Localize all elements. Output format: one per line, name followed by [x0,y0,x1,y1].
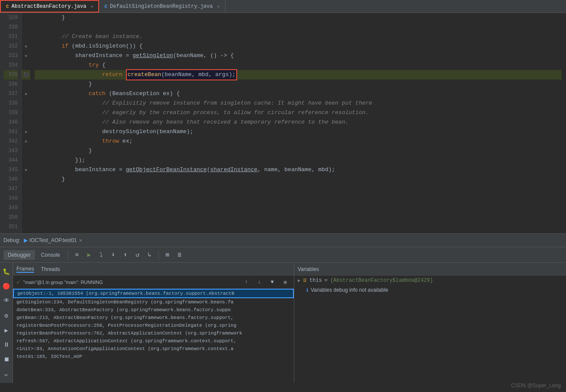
variables-header: Variables [294,263,566,276]
sidebar-stop-icon[interactable]: ⏹ [1,354,12,365]
tab-bar: C AbstractBeanFactory.java ✕ C DefaultSi… [0,0,566,13]
gutter-346 [22,175,30,184]
sidebar-settings-icon[interactable]: ⚙ [1,310,12,321]
toolbar-btn-menu[interactable]: ≡ [72,250,82,260]
java-icon-1: C [6,4,9,9]
frames-toolbar: ✓ "main"@1 in group "main": RUNNING ↑ ↓ … [13,276,294,289]
code-line-335: return createBean(beanName, mbd, args); [35,70,562,80]
gutter-335: ⬛ [22,70,30,80]
frame-item-7[interactable]: <init>:93, AnnotationConfigApplicationCo… [13,345,294,353]
threads-tab[interactable]: Threads [41,266,60,272]
frame-item-6[interactable]: refresh:567, AbstractApplicationContext … [13,337,294,345]
frame-item-2[interactable]: doGetBean:333, AbstractBeanFactory (org.… [13,306,294,314]
sidebar-watch-icon[interactable]: 👁 [1,296,12,306]
toolbar-btn-stop[interactable]: ↳ [145,250,155,260]
code-line-329: } [35,13,562,22]
sidebar-run-icon[interactable]: ▶ [1,325,12,335]
csdn-watermark: CSDN @Super_Leng [511,382,561,389]
var-val-this: {AbstractBeanFactory$lambda@2429} [330,277,433,284]
sidebar-debug-icon[interactable]: 🐛 [1,266,12,277]
gutter-336 [22,80,30,89]
tab-close-1[interactable]: ✕ [90,4,93,9]
frame-item-4[interactable]: registerBeanPostProcessors:258, PostProc… [13,322,294,329]
toolbar-btn-list[interactable]: ≣ [174,250,185,260]
variables-label: Variables [298,266,319,272]
gutter-333: ◆ [22,51,30,61]
frame-label-7: <init>:93, AnnotationConfigApplicationCo… [16,346,234,351]
gutter-342: ◆ [22,137,30,146]
code-line-345: beanInstance = getObjectForBeanInstance(… [35,165,562,175]
thread-up-btn[interactable]: ↑ [241,277,251,287]
frame-label-2: doGetBean:333, AbstractBeanFactory (org.… [16,307,231,312]
variables-panel: Variables ▶ ☰ this = {AbstractBeanFactor… [294,263,566,383]
gutter-339 [22,108,30,118]
tab-debugger[interactable]: Debugger [3,250,35,260]
debug-session-icon: ▶ [24,237,28,243]
thread-down-btn[interactable]: ↓ [254,277,264,287]
frames-panel: Frames Threads ✓ "main"@1 in group "main… [13,263,294,383]
sidebar-pause-icon[interactable]: ⏸ [1,340,12,350]
frame-label-0: getObject:-1, 195381554 (org.springframe… [17,291,235,296]
main-debug-panels: 🐛 🔴 👁 ⚙ ▶ ⏸ ⏹ ✏ Frames Threads ✓ "main"@… [0,263,566,383]
frame-label-4: registerBeanPostProcessors:258, PostProc… [16,323,236,328]
code-line-342: throw ex; [35,137,562,146]
gutter-343 [22,146,30,156]
toolbar-sep-2 [158,251,159,259]
debug-bar: Debug: ▶ IOCTest_AOP.test01 ✕ [0,233,566,247]
thread-filter-btn[interactable]: ▼ [267,277,277,287]
tab-default-singleton[interactable]: C DefaultSingletonBeanRegistry.java ✕ [99,0,225,13]
frames-tab[interactable]: Frames [16,266,34,273]
tab-debugger-label: Debugger [8,252,31,258]
tab-console[interactable]: Console [37,250,64,260]
debug-label: Debug: [3,237,20,243]
code-line-339: // eagerly by the creation process, to a… [35,108,562,118]
code-line-338: // Explicitly remove instance from singl… [35,99,562,108]
code-line-334: try { [35,61,562,70]
frame-item-0[interactable]: getObject:-1, 195381554 (org.springframe… [13,289,294,298]
sidebar-breakpoints-icon[interactable]: 🔴 [1,281,12,291]
main-thread-label: "main"@1 in group "main": RUNNING [23,280,103,285]
tab-close-2[interactable]: ✕ [217,4,220,9]
code-line-330 [35,22,562,32]
info-icon: ℹ [306,287,308,293]
frame-label-3: getBean:213, AbstractBeanFactory (org.sp… [16,315,234,320]
tab-label-2: DefaultSingletonBeanRegistry.java [110,3,213,10]
gutter-338 [22,99,30,108]
toolbar-btn-restart[interactable]: ↺ [132,250,143,260]
code-editor: 329 330 331 332 333 334 335 336 337 338 … [0,13,566,233]
var-expand-arrow[interactable]: ▶ [298,278,300,283]
code-line-337: catch (BeansException ex) { [35,89,562,99]
var-type-icon: ☰ [303,278,307,283]
toolbar-btn-resume[interactable]: ▶ [84,250,94,260]
tab-abstract-bean-factory[interactable]: C AbstractBeanFactory.java ✕ [0,0,99,13]
gutter-332: ◆ [22,41,30,51]
code-line-331: // Create bean instance. [35,32,562,41]
frame-label-1: getSingleton:234, DefaultSingletonBeanRe… [16,300,234,305]
toolbar-btn-step-into[interactable]: ⬇ [108,250,119,260]
debug-session[interactable]: ▶ IOCTest_AOP.test01 ✕ [24,237,82,243]
toolbar-sep-1 [68,251,68,259]
frame-item-8[interactable]: test01:185, IOCTest_AOP [13,353,294,360]
var-key-this: this [309,277,322,284]
frame-item-5[interactable]: registerBeanPostProcessors:762, Abstract… [13,329,294,337]
toolbar-btn-step-over[interactable]: ⤵ [96,250,106,260]
gutter-344 [22,156,30,165]
java-icon-2: C [104,4,107,9]
code-content[interactable]: } // Create bean instance. if (mbd.isSin… [30,13,566,233]
variable-row-this[interactable]: ▶ ☰ this = {AbstractBeanFactory$lambda@2… [294,276,566,285]
code-line-336: } [35,80,562,89]
code-line-332: if (mbd.isSingleton()) { [35,41,562,51]
gutter-337: ◆ [22,89,30,99]
toolbar-btn-table[interactable]: ⊞ [162,250,173,260]
toolbar-btn-step-out[interactable]: ⬆ [120,250,131,260]
code-line-346: } [35,175,562,184]
thread-settings-btn[interactable]: ⚙ [280,277,290,287]
debug-session-close[interactable]: ✕ [79,238,82,243]
gutter-341: ◆ [22,127,30,137]
frame-label-8: test01:185, IOCTest_AOP [16,354,82,359]
frame-item-1[interactable]: getSingleton:234, DefaultSingletonBeanRe… [13,298,294,306]
frame-item-3[interactable]: getBean:213, AbstractBeanFactory (org.sp… [13,314,294,322]
frames-header: Frames Threads [13,263,294,276]
var-eq-this: = [325,277,328,284]
sidebar-mute-icon[interactable]: ✏ [1,369,12,379]
